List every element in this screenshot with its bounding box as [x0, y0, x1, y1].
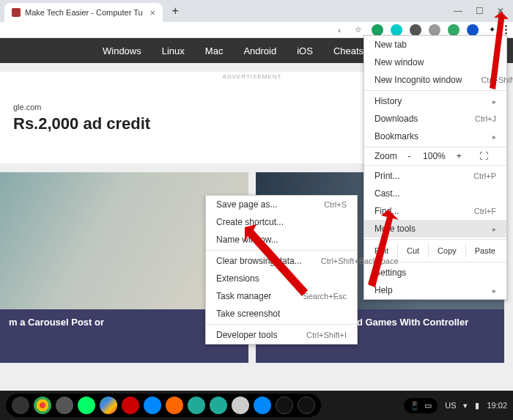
app-icon[interactable]: [210, 397, 227, 414]
chromeos-shelf: 📱 ▭ US ▾ ▮ 19:02: [0, 391, 513, 420]
app-icon[interactable]: [144, 397, 161, 414]
youtube-icon[interactable]: [122, 397, 139, 414]
nav-item[interactable]: iOS: [297, 45, 313, 56]
browser-tab[interactable]: Make Tech Easier - Computer Tu ×: [4, 3, 163, 22]
menu-new-tab[interactable]: New tab: [364, 36, 506, 54]
favicon-icon: [12, 8, 21, 17]
extension-icon[interactable]: [429, 24, 440, 36]
cast-icon: ▭: [424, 401, 432, 410]
chevron-right-icon: ▸: [492, 225, 496, 233]
menu-help[interactable]: Help▸: [364, 281, 506, 299]
app-icon[interactable]: [100, 397, 117, 414]
submenu-create-shortcut[interactable]: Create shortcut...: [206, 213, 357, 231]
phone-icon: 📱: [410, 401, 420, 410]
submenu-extensions[interactable]: Extensions: [206, 270, 357, 287]
fullscreen-icon[interactable]: ⛶: [471, 151, 496, 161]
paste-button[interactable]: Paste: [465, 243, 504, 258]
menu-cast[interactable]: Cast...: [364, 185, 506, 202]
zoom-value: 100%: [422, 151, 447, 161]
chrome-icon[interactable]: [34, 397, 51, 414]
submenu-name-window[interactable]: Name window...: [206, 231, 357, 248]
app-icon[interactable]: [166, 397, 183, 414]
menu-history[interactable]: History▸: [364, 92, 506, 110]
menu-find[interactable]: Find...Ctrl+F: [364, 202, 506, 220]
submenu-clear-data[interactable]: Clear browsing data...Ctrl+Shift+Backspa…: [206, 252, 357, 270]
nav-item[interactable]: Mac: [205, 45, 224, 56]
star-icon[interactable]: ☆: [353, 24, 364, 36]
menu-incognito[interactable]: New Incognito windowCtrl+Shift+N: [364, 71, 506, 89]
new-tab-button[interactable]: +: [167, 3, 183, 19]
chevron-right-icon: ▸: [492, 133, 496, 141]
cut-button[interactable]: Cut: [397, 243, 428, 258]
clock[interactable]: 19:02: [487, 401, 507, 410]
share-icon[interactable]: ‹: [333, 24, 345, 36]
extension-icon[interactable]: [410, 24, 421, 36]
chevron-right-icon: ▸: [492, 97, 496, 106]
more-tools-submenu: Save page as...Ctrl+S Create shortcut...…: [205, 195, 358, 345]
nav-item[interactable]: Linux: [162, 45, 185, 56]
chevron-right-icon: ▸: [492, 287, 496, 295]
app-icon[interactable]: [232, 397, 249, 414]
menu-bookmarks[interactable]: Bookmarks▸: [364, 128, 506, 145]
zoom-out-button[interactable]: -: [397, 151, 422, 161]
maximize-button[interactable]: ☐: [476, 6, 484, 16]
extension-icon[interactable]: [448, 24, 460, 36]
wifi-icon: ▾: [463, 401, 468, 410]
ad-line2: Rs.2,000 ad credit: [13, 114, 150, 133]
tab-title: Make Tech Easier - Computer Tu: [25, 8, 143, 17]
menu-zoom: Zoom - 100% + ⛶: [364, 149, 506, 163]
system-tray[interactable]: 📱 ▭ US ▾ ▮ 19:02: [404, 398, 507, 413]
language-indicator[interactable]: US: [445, 401, 456, 410]
browser-titlebar: Make Tech Easier - Computer Tu × + — ☐ ✕: [0, 0, 513, 22]
minimize-button[interactable]: —: [454, 6, 462, 16]
app-icon[interactable]: [56, 397, 73, 414]
nav-item[interactable]: Windows: [103, 45, 141, 56]
app-icon[interactable]: [188, 397, 205, 414]
close-window-button[interactable]: ✕: [497, 6, 504, 16]
submenu-screenshot[interactable]: Take screenshot: [206, 305, 357, 323]
window-controls: — ☐ ✕: [454, 6, 513, 16]
ad-line1: gle.com: [13, 103, 150, 111]
menu-more-tools[interactable]: More tools▸: [364, 220, 506, 237]
submenu-task-manager[interactable]: Task managerSearch+Esc: [206, 287, 357, 305]
copy-button[interactable]: Copy: [428, 243, 465, 258]
menu-new-window[interactable]: New window: [364, 54, 506, 71]
menu-downloads[interactable]: DownloadsCtrl+J: [364, 110, 506, 128]
submenu-save-page[interactable]: Save page as...Ctrl+S: [206, 196, 357, 213]
kebab-menu-button[interactable]: [505, 25, 507, 34]
app-icon[interactable]: [298, 397, 315, 414]
extension-icon[interactable]: [467, 24, 479, 36]
battery-icon: ▮: [475, 401, 479, 410]
menu-print[interactable]: Print...Ctrl+P: [364, 167, 506, 185]
submenu-dev-tools[interactable]: Developer toolsCtrl+Shift+I: [206, 326, 357, 344]
tray-pill[interactable]: 📱 ▭: [404, 398, 438, 413]
zoom-in-button[interactable]: +: [446, 151, 471, 161]
puzzle-icon[interactable]: ✦: [486, 24, 498, 36]
launcher-icon[interactable]: [12, 397, 29, 414]
tab-close-icon[interactable]: ×: [150, 7, 156, 18]
menu-settings[interactable]: Settings: [364, 264, 506, 281]
extension-icon[interactable]: [372, 24, 383, 36]
shelf-dock: [6, 394, 321, 417]
ad-label: ADVERTISEMENT: [223, 73, 282, 80]
app-icon[interactable]: [254, 397, 271, 414]
app-icon[interactable]: [78, 397, 95, 414]
extension-icon[interactable]: [391, 24, 402, 36]
nav-item[interactable]: Android: [243, 45, 276, 56]
app-icon[interactable]: [276, 397, 293, 414]
